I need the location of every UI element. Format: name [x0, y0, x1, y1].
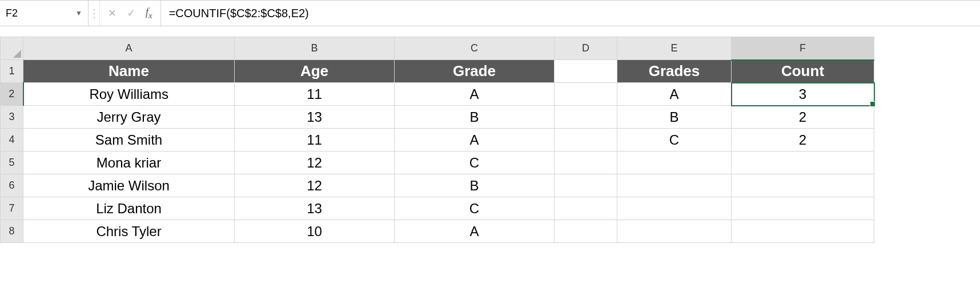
- row-header-6[interactable]: 6: [1, 174, 23, 197]
- cell-D4[interactable]: [555, 129, 617, 152]
- enter-icon[interactable]: ✓: [127, 8, 135, 18]
- cell-F7[interactable]: [732, 197, 874, 220]
- cell-C5[interactable]: C: [395, 152, 555, 174]
- cell-C2[interactable]: A: [395, 83, 555, 106]
- row-header-1[interactable]: 1: [1, 60, 23, 83]
- separator: ⋮: [89, 1, 100, 26]
- cell-D5[interactable]: [555, 152, 617, 174]
- cell-A3[interactable]: Jerry Gray: [23, 106, 235, 129]
- cell-A1[interactable]: Name: [23, 60, 235, 83]
- cancel-icon[interactable]: ✕: [108, 8, 117, 18]
- cell-F2[interactable]: 3: [732, 83, 874, 106]
- spreadsheet-grid[interactable]: A B C D E F 1 Name Age Grade Grades Coun…: [0, 37, 874, 243]
- fx-icon[interactable]: fx: [146, 7, 152, 20]
- col-header-F[interactable]: F: [732, 37, 874, 60]
- row-header-4[interactable]: 4: [1, 129, 23, 152]
- name-box-value: F2: [6, 7, 18, 19]
- cell-C6[interactable]: B: [395, 174, 555, 197]
- formula-input[interactable]: [161, 1, 980, 26]
- row-header-3[interactable]: 3: [1, 106, 23, 129]
- col-header-D[interactable]: D: [555, 37, 617, 60]
- cell-A8[interactable]: Chris Tyler: [23, 220, 235, 243]
- cell-E2[interactable]: A: [617, 83, 732, 106]
- cell-C8[interactable]: A: [395, 220, 555, 243]
- name-box[interactable]: F2 ▼: [0, 1, 89, 26]
- col-header-A[interactable]: A: [23, 37, 235, 60]
- row-header-5[interactable]: 5: [1, 152, 23, 174]
- cell-A5[interactable]: Mona kriar: [23, 152, 235, 174]
- cell-F3[interactable]: 2: [732, 106, 874, 129]
- cell-D1[interactable]: [555, 60, 617, 83]
- cell-E4[interactable]: C: [617, 129, 732, 152]
- cell-D6[interactable]: [555, 174, 617, 197]
- cell-B6[interactable]: 12: [235, 174, 395, 197]
- cell-D8[interactable]: [555, 220, 617, 243]
- cell-D3[interactable]: [555, 106, 617, 129]
- cell-B1[interactable]: Age: [235, 60, 395, 83]
- cell-E8[interactable]: [617, 220, 732, 243]
- cell-B3[interactable]: 13: [235, 106, 395, 129]
- cell-F1[interactable]: Count: [732, 60, 874, 83]
- cell-A2[interactable]: Roy Williams: [23, 83, 235, 106]
- select-all-corner[interactable]: [1, 37, 23, 60]
- cell-B5[interactable]: 12: [235, 152, 395, 174]
- cell-C4[interactable]: A: [395, 129, 555, 152]
- cell-F6[interactable]: [732, 174, 874, 197]
- cell-E7[interactable]: [617, 197, 732, 220]
- formula-bar: F2 ▼ ⋮ ✕ ✓ fx: [0, 0, 980, 26]
- cell-F8[interactable]: [732, 220, 874, 243]
- cell-C1[interactable]: Grade: [395, 60, 555, 83]
- cell-C7[interactable]: C: [395, 197, 555, 220]
- dropdown-icon[interactable]: ▼: [75, 9, 82, 17]
- row-header-7[interactable]: 7: [1, 197, 23, 220]
- cell-D2[interactable]: [555, 83, 617, 106]
- cell-B2[interactable]: 11: [235, 83, 395, 106]
- row-header-8[interactable]: 8: [1, 220, 23, 243]
- cell-D7[interactable]: [555, 197, 617, 220]
- cell-F5[interactable]: [732, 152, 874, 174]
- cell-B7[interactable]: 13: [235, 197, 395, 220]
- cell-A4[interactable]: Sam Smith: [23, 129, 235, 152]
- cell-B8[interactable]: 10: [235, 220, 395, 243]
- cell-A7[interactable]: Liz Danton: [23, 197, 235, 220]
- col-header-E[interactable]: E: [617, 37, 732, 60]
- cell-E1[interactable]: Grades: [617, 60, 732, 83]
- cell-E5[interactable]: [617, 152, 732, 174]
- cell-E3[interactable]: B: [617, 106, 732, 129]
- col-header-B[interactable]: B: [235, 37, 395, 60]
- cell-E6[interactable]: [617, 174, 732, 197]
- row-header-2[interactable]: 2: [1, 83, 23, 106]
- col-header-C[interactable]: C: [395, 37, 555, 60]
- cell-B4[interactable]: 11: [235, 129, 395, 152]
- cell-F4[interactable]: 2: [732, 129, 874, 152]
- cell-C3[interactable]: B: [395, 106, 555, 129]
- cell-A6[interactable]: Jamie Wilson: [23, 174, 235, 197]
- formula-bar-buttons: ✕ ✓ fx: [100, 1, 161, 26]
